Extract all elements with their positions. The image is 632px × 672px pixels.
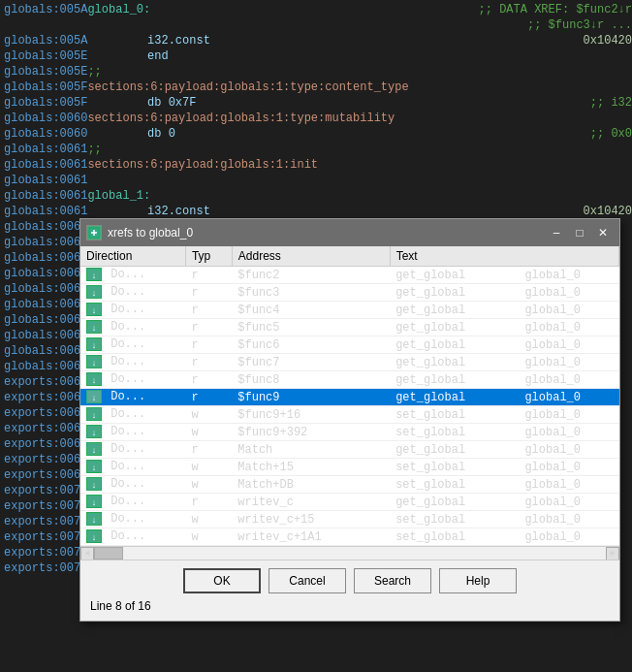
row-address: $func2	[232, 267, 390, 284]
row-icon: ↓	[86, 529, 102, 543]
status-line: Line 8 of 16	[90, 599, 610, 613]
table-row[interactable]: ↓ Do...rMatchget_globalglobal_0	[80, 441, 619, 459]
row-text2: global_0	[519, 284, 618, 302]
ok-button[interactable]: OK	[183, 568, 261, 593]
row-address: $func8	[232, 371, 390, 389]
row-direction-cell: ↓ Do...	[80, 476, 185, 494]
row-text1: get_global	[390, 267, 519, 284]
scroll-right-arrow[interactable]: ►	[606, 547, 619, 560]
table-row[interactable]: ↓ Do...r$func6get_globalglobal_0	[80, 336, 619, 354]
row-type: r	[185, 354, 232, 371]
row-text1: get_global	[390, 371, 519, 389]
row-address: $func9+392	[232, 424, 390, 441]
row-direction-cell: ↓ Do...	[80, 511, 185, 528]
dialog-titlebar[interactable]: xrefs to global_0 – □ ✕	[80, 219, 619, 246]
row-direction: Do...	[104, 513, 145, 527]
row-direction: Do...	[104, 478, 145, 492]
minimize-button[interactable]: –	[546, 223, 567, 242]
row-type: r	[185, 302, 232, 319]
svg-text:↓: ↓	[92, 515, 97, 525]
row-address: writev_c+1A1	[232, 528, 390, 546]
row-text2: global_0	[519, 511, 618, 528]
row-address: $func5	[232, 319, 390, 336]
col-direction: Direction	[80, 246, 185, 267]
row-text2: global_0	[519, 494, 618, 511]
svg-text:↓: ↓	[92, 305, 97, 315]
col-type: Typ	[185, 246, 232, 267]
table-row[interactable]: ↓ Do...w$func9+16set_globalglobal_0	[80, 406, 619, 424]
row-icon: ↓	[86, 285, 102, 299]
row-direction-cell: ↓ Do...	[80, 406, 185, 424]
row-type: w	[185, 406, 232, 424]
scroll-left-arrow[interactable]: ◄	[80, 547, 94, 560]
row-text2: global_0	[519, 528, 618, 546]
row-type: w	[185, 459, 232, 476]
table-row[interactable]: ↓ Do...rwritev_cget_globalglobal_0	[80, 494, 619, 511]
row-icon: ↓	[86, 460, 102, 473]
scroll-thumb[interactable]	[94, 547, 123, 560]
row-icon: ↓	[86, 303, 102, 316]
table-row[interactable]: ↓ Do...wwritev_c+15set_globalglobal_0	[80, 511, 619, 528]
svg-text:↓: ↓	[92, 271, 97, 280]
table-row[interactable]: ↓ Do...wwritev_c+1A1set_globalglobal_0	[80, 528, 619, 546]
row-direction: Do...	[104, 461, 145, 474]
row-direction: Do...	[104, 391, 145, 404]
row-icon: ↓	[86, 512, 102, 526]
svg-text:↓: ↓	[92, 445, 97, 455]
close-button[interactable]: ✕	[592, 223, 614, 242]
row-text2: global_0	[519, 441, 618, 459]
row-type: r	[185, 441, 232, 459]
table-scroll-area[interactable]: Direction Typ Address Text ↓ Do...r$func…	[80, 246, 619, 546]
row-direction: Do...	[104, 304, 145, 317]
table-row[interactable]: ↓ Do...r$func8get_globalglobal_0	[80, 371, 619, 389]
row-address: $func9+16	[232, 406, 390, 424]
help-button[interactable]: Help	[439, 568, 517, 593]
row-type: r	[185, 494, 232, 511]
row-text2: global_0	[519, 267, 618, 284]
row-type: r	[185, 284, 232, 302]
row-type: r	[185, 371, 232, 389]
row-text1: get_global	[390, 441, 519, 459]
scroll-track[interactable]	[94, 547, 606, 560]
row-text2: global_0	[519, 406, 618, 424]
row-direction: Do...	[104, 373, 145, 387]
horizontal-scrollbar[interactable]: ◄ ►	[80, 546, 619, 560]
table-row[interactable]: ↓ Do...r$func9get_globalglobal_0	[80, 389, 619, 406]
row-direction-cell: ↓ Do...	[80, 441, 185, 459]
table-row[interactable]: ↓ Do...r$func3get_globalglobal_0	[80, 284, 619, 302]
table-row[interactable]: ↓ Do...w$func9+392set_globalglobal_0	[80, 424, 619, 441]
row-text2: global_0	[519, 302, 618, 319]
xref-rows: ↓ Do...r$func2get_globalglobal_0↓ Do...r…	[80, 267, 619, 546]
xref-table: Direction Typ Address Text ↓ Do...r$func…	[80, 246, 619, 546]
row-text1: set_global	[390, 459, 519, 476]
row-type: w	[185, 511, 232, 528]
table-row[interactable]: ↓ Do...r$func5get_globalglobal_0	[80, 319, 619, 336]
row-direction-cell: ↓ Do...	[80, 424, 185, 441]
table-row[interactable]: ↓ Do...r$func2get_globalglobal_0	[80, 267, 619, 284]
row-direction: Do...	[104, 443, 145, 457]
maximize-button[interactable]: □	[569, 223, 590, 242]
row-text2: global_0	[519, 424, 618, 441]
row-type: w	[185, 528, 232, 546]
row-text2: global_0	[519, 354, 618, 371]
search-button[interactable]: Search	[354, 568, 431, 593]
col-address: Address	[232, 246, 390, 267]
row-direction-cell: ↓ Do...	[80, 319, 185, 336]
svg-text:↓: ↓	[92, 532, 97, 542]
cancel-button[interactable]: Cancel	[269, 568, 346, 593]
row-address: Match+DB	[232, 476, 390, 494]
row-text2: global_0	[519, 476, 618, 494]
table-row[interactable]: ↓ Do...wMatch+DBset_globalglobal_0	[80, 476, 619, 494]
svg-text:↓: ↓	[92, 288, 97, 298]
row-direction: Do...	[104, 530, 145, 544]
row-text1: set_global	[390, 511, 519, 528]
table-row[interactable]: ↓ Do...r$func7get_globalglobal_0	[80, 354, 619, 371]
row-type: r	[185, 319, 232, 336]
row-icon: ↓	[86, 477, 102, 491]
table-row[interactable]: ↓ Do...r$func4get_globalglobal_0	[80, 302, 619, 319]
row-direction-cell: ↓ Do...	[80, 389, 185, 406]
svg-text:↓: ↓	[92, 323, 97, 333]
row-text1: get_global	[390, 389, 519, 406]
table-row[interactable]: ↓ Do...wMatch+15set_globalglobal_0	[80, 459, 619, 476]
row-icon: ↓	[86, 407, 102, 421]
